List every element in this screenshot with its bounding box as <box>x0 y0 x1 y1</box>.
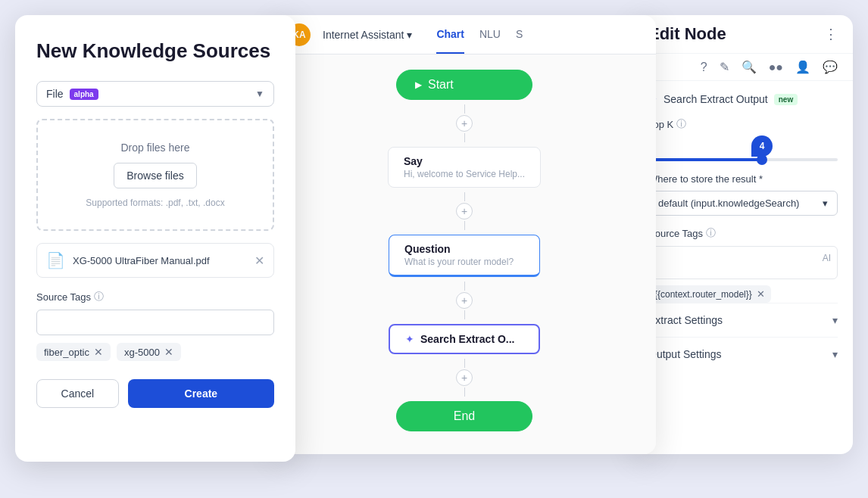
chevron-down-icon: ▾ <box>407 29 412 41</box>
slider-value: 4 <box>751 135 773 157</box>
tag-chip-value: {{context.router_model}} <box>654 289 752 300</box>
end-node[interactable]: End <box>396 401 532 431</box>
right-content: ✦ Search Extract Output new Top K ⓘ 4 Wh… <box>633 81 853 454</box>
connector-4: + <box>456 359 473 397</box>
tags-list: fiber_optic ✕ xg-5000 ✕ <box>36 343 274 361</box>
right-header: Edit Node ⋮ <box>633 15 853 54</box>
question-title: Question <box>404 243 524 255</box>
remove-file-button[interactable]: ✕ <box>254 254 264 268</box>
right-toolbar: ? ✎ 🔍 ●● 👤 💬 <box>633 54 853 81</box>
connector-1: + <box>456 104 473 142</box>
chevron-down-icon: ▼ <box>255 89 264 99</box>
say-node[interactable]: Say Hi, welcome to Service Help... <box>388 147 541 188</box>
search-extract-title: Search Extract O... <box>420 333 515 345</box>
extract-settings-header[interactable]: Extract Settings ▾ <box>648 314 838 326</box>
add-node-button-3[interactable]: + <box>456 292 473 309</box>
extract-settings-chevron: ▾ <box>832 314 838 326</box>
tab-nlu[interactable]: NLU <box>479 16 501 54</box>
add-node-button-2[interactable]: + <box>456 203 473 219</box>
tab-chart[interactable]: Chart <box>436 16 464 54</box>
search-icon[interactable]: 🔍 <box>742 60 757 74</box>
top-k-label: Top K ⓘ <box>648 117 838 131</box>
node-type-label: Search Extract Output <box>663 93 768 105</box>
output-settings-title: Output Settings <box>648 348 722 360</box>
center-tabs: Chart NLU S <box>436 16 523 54</box>
connector-2: + <box>456 192 473 230</box>
chat-icon[interactable]: 💬 <box>823 60 838 74</box>
assistant-name: Internet Assistant ▾ <box>323 29 412 41</box>
right-panel: Edit Node ⋮ ? ✎ 🔍 ●● 👤 💬 ✦ Search Extrac… <box>633 15 853 454</box>
top-k-slider[interactable]: 4 <box>648 158 838 161</box>
file-type-select[interactable]: File alpha ▼ <box>36 81 274 107</box>
tab-s[interactable]: S <box>516 16 523 54</box>
say-subtitle: Hi, welcome to Service Help... <box>404 169 525 179</box>
connector-3: + <box>456 282 473 319</box>
output-settings-accordion: Output Settings ▾ <box>648 337 838 371</box>
source-tags-label-right: Source Tags ⓘ <box>648 226 838 240</box>
panel-footer: Cancel Create <box>36 379 274 408</box>
center-header: KA Internet Assistant ▾ Chart NLU S <box>273 15 656 54</box>
create-button[interactable]: Create <box>128 379 274 408</box>
left-panel: New Knowledge Sources File alpha ▼ Drop … <box>15 15 295 462</box>
remove-tag-chip-button[interactable]: ✕ <box>757 288 765 300</box>
tag-fiber-optic: fiber_optic ✕ <box>36 343 111 361</box>
panel-title: New Knowledge Sources <box>36 39 274 63</box>
store-result-select[interactable]: default (input.knowledgeSearch) ▾ <box>648 191 838 216</box>
add-node-button-1[interactable]: + <box>456 115 473 132</box>
node-type-row: ✦ Search Extract Output new <box>648 93 838 105</box>
center-panel: KA Internet Assistant ▾ Chart NLU S ‹ ▶ … <box>273 15 656 454</box>
drop-text: Drop files here <box>53 142 258 154</box>
store-result-label: Where to store the result * <box>648 173 838 185</box>
remove-tag-fiber-optic[interactable]: ✕ <box>94 346 103 358</box>
user-icon[interactable]: 👤 <box>795 60 810 74</box>
start-node[interactable]: ▶ Start <box>396 70 532 100</box>
edit-icon[interactable]: ✎ <box>720 60 729 74</box>
slider-fill <box>648 158 762 161</box>
drop-zone: Drop files here Browse files Supported f… <box>36 119 274 231</box>
search-extract-icon: ✦ <box>405 333 414 345</box>
browse-files-button[interactable]: Browse files <box>114 163 196 188</box>
help-icon[interactable]: ? <box>701 61 707 74</box>
file-name: XG-5000 UltraFiber Manual.pdf <box>73 255 254 266</box>
edit-title: Edit Node <box>648 24 815 44</box>
cancel-button[interactable]: Cancel <box>36 379 119 408</box>
chevron-down-icon: ▾ <box>823 198 828 209</box>
file-type-label: File <box>46 88 64 100</box>
info-icon: ⓘ <box>94 290 104 303</box>
question-node[interactable]: Question What is your router model? <box>389 235 540 277</box>
flow-canvas: ‹ ▶ Start + Say Hi, welcome to Service H… <box>273 54 656 454</box>
pdf-icon: 📄 <box>46 251 65 269</box>
supported-formats: Supported formats: .pdf, .txt, .docx <box>53 198 258 208</box>
top-k-info-icon: ⓘ <box>676 117 686 131</box>
main-wrapper: New Knowledge Sources File alpha ▼ Drop … <box>15 15 853 483</box>
tags-input-area[interactable]: AI <box>648 246 838 279</box>
slider-track <box>648 158 838 161</box>
source-tags-label: Source Tags ⓘ <box>36 290 274 303</box>
ai-label: AI <box>655 253 831 263</box>
alpha-badge: alpha <box>70 89 98 100</box>
output-settings-chevron: ▾ <box>832 348 838 360</box>
slider-thumb[interactable] <box>757 154 767 165</box>
remove-tag-xg-5000[interactable]: ✕ <box>164 346 173 358</box>
store-result-value: default (input.knowledgeSearch) <box>658 198 799 209</box>
add-node-button-4[interactable]: + <box>456 369 473 386</box>
output-settings-header[interactable]: Output Settings ▾ <box>648 348 838 360</box>
file-item: 📄 XG-5000 UltraFiber Manual.pdf ✕ <box>36 243 274 278</box>
say-title: Say <box>404 155 525 167</box>
tag-xg-5000: xg-5000 ✕ <box>117 343 181 361</box>
extract-settings-accordion: Extract Settings ▾ <box>648 303 838 337</box>
start-label: Start <box>428 78 454 92</box>
source-tags-input[interactable] <box>36 310 274 335</box>
play-icon: ▶ <box>415 79 422 90</box>
extract-settings-title: Extract Settings <box>648 314 723 326</box>
search-extract-node[interactable]: ✦ Search Extract O... <box>389 324 540 354</box>
dots-icon[interactable]: ●● <box>769 61 783 74</box>
source-tags-info-icon: ⓘ <box>706 226 716 240</box>
more-options-icon[interactable]: ⋮ <box>824 26 838 42</box>
new-badge: new <box>774 94 798 105</box>
question-subtitle: What is your router model? <box>404 257 524 267</box>
source-tags-section: Source Tags ⓘ fiber_optic ✕ xg-5000 ✕ <box>36 290 274 361</box>
source-tag-chip: {{context.router_model}} ✕ <box>648 285 771 303</box>
